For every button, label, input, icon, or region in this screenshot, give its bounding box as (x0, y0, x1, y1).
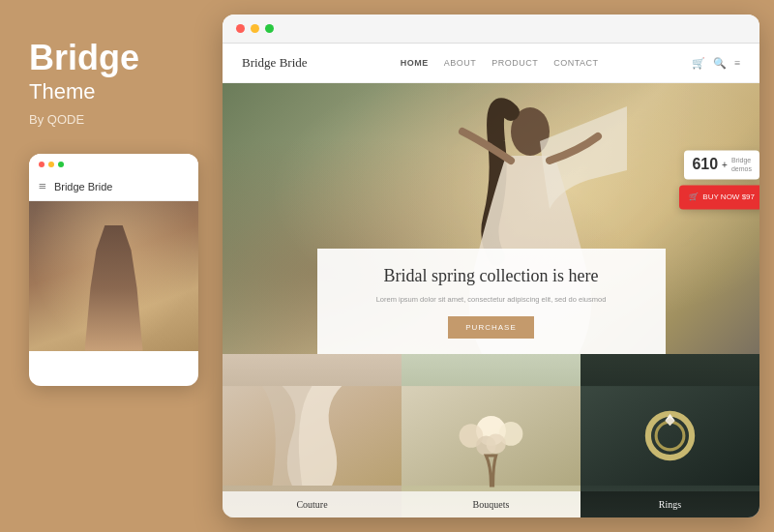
nav-about[interactable]: ABOUT (444, 58, 477, 68)
buy-now-button[interactable]: 🛒 BUY NOW $97 (679, 186, 759, 210)
site-logo: Bridge Bride (242, 55, 308, 71)
hero-overlay: Bridal spring collection is here Lorem i… (317, 249, 666, 354)
browser-dot-red (236, 24, 245, 33)
purchase-button[interactable]: PURCHASE (448, 316, 533, 339)
categories-section: Couture (223, 354, 759, 517)
svg-rect-8 (580, 386, 759, 486)
site-hero: Bridal spring collection is here Lorem i… (223, 83, 759, 354)
badge-number: 610 (692, 157, 718, 174)
cart-buy-icon: 🛒 (689, 193, 699, 202)
bouquets-label: Bouquets (402, 491, 580, 517)
nav-contact[interactable]: CONTACT (553, 58, 598, 68)
mobile-nav-bar: ≡ Bridge Bride (29, 173, 198, 201)
search-icon[interactable]: 🔍 (713, 57, 727, 70)
cart-icon[interactable]: 🛒 (692, 57, 705, 70)
site-navbar: Bridge Bride HOME ABOUT PRODUCT CONTACT … (223, 44, 759, 83)
mobile-dot-yellow (48, 162, 54, 167)
buy-now-label: BUY NOW $97 (702, 193, 755, 202)
hero-title: Bridal spring collection is here (341, 266, 642, 286)
brand-title: Bridge (29, 39, 194, 77)
mobile-mockup: ≡ Bridge Bride (29, 154, 198, 386)
svg-point-7 (486, 433, 506, 454)
mobile-dots (39, 162, 64, 167)
category-couture[interactable]: Couture (223, 354, 402, 517)
nav-icons: 🛒 🔍 ≡ (692, 57, 740, 70)
mobile-dot-red (39, 162, 45, 167)
nav-home[interactable]: HOME (401, 58, 429, 68)
rings-label: Rings (580, 491, 759, 517)
brand-by: By QODE (29, 112, 194, 127)
left-panel: Bridge Theme By QODE ≡ Bridge Bride (0, 0, 223, 532)
brand-subtitle: Theme (29, 79, 194, 104)
badge-count: 610 + Bridgedemos (684, 150, 759, 179)
browser-dot-yellow (251, 24, 259, 33)
mobile-hero-image (29, 201, 198, 351)
badge-plus: + (722, 160, 728, 170)
category-bouquets[interactable]: Bouquets (402, 354, 580, 517)
browser-top-bar (223, 15, 759, 44)
couture-label: Couture (223, 491, 402, 517)
mobile-top-bar (29, 154, 198, 173)
mobile-brand-name: Bridge Bride (54, 181, 113, 192)
browser-content: Bridge Bride HOME ABOUT PRODUCT CONTACT … (223, 44, 759, 517)
menu-icon[interactable]: ≡ (734, 57, 740, 69)
browser-mockup: Bridge Bride HOME ABOUT PRODUCT CONTACT … (223, 15, 759, 517)
hero-section: Bridal spring collection is here Lorem i… (223, 83, 759, 354)
browser-dot-green (265, 24, 274, 33)
floating-badge: 610 + Bridgedemos 🛒 BUY NOW $97 (679, 150, 759, 209)
badge-text: Bridgedemos (731, 156, 752, 173)
hero-subtitle: Lorem ipsum dolor sit amet, consectetur … (341, 294, 642, 305)
nav-product[interactable]: PRODUCT (491, 58, 538, 68)
hamburger-icon[interactable]: ≡ (39, 179, 46, 194)
mobile-figure-silhouette (85, 225, 143, 351)
site-nav-links: HOME ABOUT PRODUCT CONTACT (401, 58, 599, 68)
mobile-dot-green (58, 162, 64, 167)
category-rings[interactable]: Rings (580, 354, 759, 517)
